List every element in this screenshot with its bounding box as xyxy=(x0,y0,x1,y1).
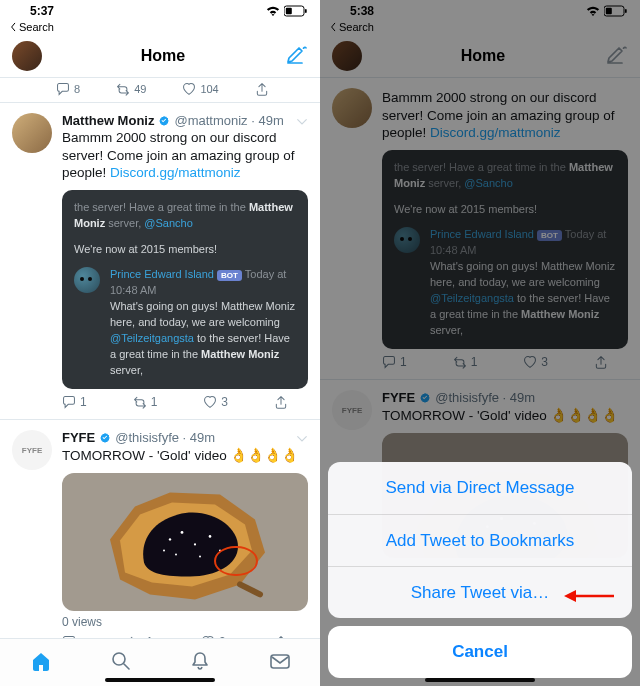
home-indicator xyxy=(105,678,215,682)
profile-avatar[interactable] xyxy=(12,41,42,71)
send-dm-button[interactable]: Send via Direct Message xyxy=(328,462,632,514)
link[interactable]: Discord.gg/mattmoniz xyxy=(110,165,241,180)
tab-home[interactable] xyxy=(30,651,52,675)
media-thumbnail[interactable] xyxy=(62,473,308,611)
verified-icon xyxy=(158,115,170,127)
more-caret-icon[interactable] xyxy=(296,433,308,443)
wifi-icon xyxy=(266,4,280,18)
tweet-text: Bammm 2000 strong on our discord server!… xyxy=(62,129,308,182)
feed: 8 49 104 Matthew Moniz @mattmoniz · 49m … xyxy=(0,78,320,638)
back-to-search[interactable]: Search xyxy=(0,20,320,34)
status-time: 5:37 xyxy=(30,4,54,18)
wifi-icon xyxy=(586,4,600,18)
battery-icon xyxy=(284,5,308,17)
quote-card[interactable]: the server! Have a great time in the Mat… xyxy=(62,190,308,389)
author-handle: @thisisfyfe · 49m xyxy=(115,430,215,445)
back-to-search[interactable]: Search xyxy=(320,20,640,34)
more-caret-icon[interactable] xyxy=(296,116,308,126)
view-count: 0 views xyxy=(62,615,308,629)
tweet-2[interactable]: FYFE @thisisfyfe · 49m TOMORROW - 'Gold'… xyxy=(0,420,320,638)
share-button[interactable] xyxy=(255,82,269,96)
tab-messages[interactable] xyxy=(269,651,291,675)
tab-bar xyxy=(0,638,320,686)
add-bookmark-button[interactable]: Add Tweet to Bookmarks xyxy=(328,514,632,566)
status-time: 5:38 xyxy=(350,4,374,18)
tweet-actions: 1 1 3 xyxy=(62,389,292,409)
tweet-text: TOMORROW - 'Gold' video 👌👌👌👌 xyxy=(62,446,308,465)
back-label: Search xyxy=(19,21,54,33)
tweet-1[interactable]: Matthew Moniz @mattmoniz · 49m Bammm 200… xyxy=(0,103,320,420)
author-handle: @mattmoniz · 49m xyxy=(174,113,283,128)
author-name: FYFE xyxy=(62,430,95,445)
reply-button[interactable]: 8 xyxy=(56,82,80,96)
share-button[interactable] xyxy=(274,395,288,409)
author-name: Matthew Moniz xyxy=(62,113,154,128)
compose-button[interactable] xyxy=(284,45,308,67)
annotation-arrow-icon xyxy=(564,589,614,603)
chevron-left-icon xyxy=(330,22,337,32)
bot-avatar xyxy=(74,267,100,293)
status-bar: 5:38 xyxy=(320,0,640,20)
avatar[interactable] xyxy=(12,113,52,153)
tab-search[interactable] xyxy=(111,651,131,675)
like-button[interactable]: 3 xyxy=(203,395,228,409)
retweet-button[interactable]: 49 xyxy=(116,82,146,96)
battery-icon xyxy=(604,5,628,17)
back-label: Search xyxy=(339,21,374,33)
retweet-button[interactable]: 1 xyxy=(133,395,158,409)
cancel-button[interactable]: Cancel xyxy=(328,626,632,678)
reply-button[interactable]: 1 xyxy=(62,395,87,409)
prev-tweet-actions: 8 49 104 xyxy=(0,78,320,103)
chevron-left-icon xyxy=(10,22,17,32)
navbar: Home xyxy=(0,34,320,78)
like-button[interactable]: 104 xyxy=(182,82,218,96)
tab-notifications[interactable] xyxy=(190,651,210,675)
tweet-actions: 1 2 xyxy=(62,629,292,638)
page-title: Home xyxy=(141,47,185,65)
home-indicator xyxy=(425,678,535,682)
verified-icon xyxy=(99,432,111,444)
status-bar: 5:37 xyxy=(0,0,320,20)
action-sheet: Send via Direct Message Add Tweet to Boo… xyxy=(328,462,632,678)
avatar[interactable] xyxy=(12,430,52,470)
